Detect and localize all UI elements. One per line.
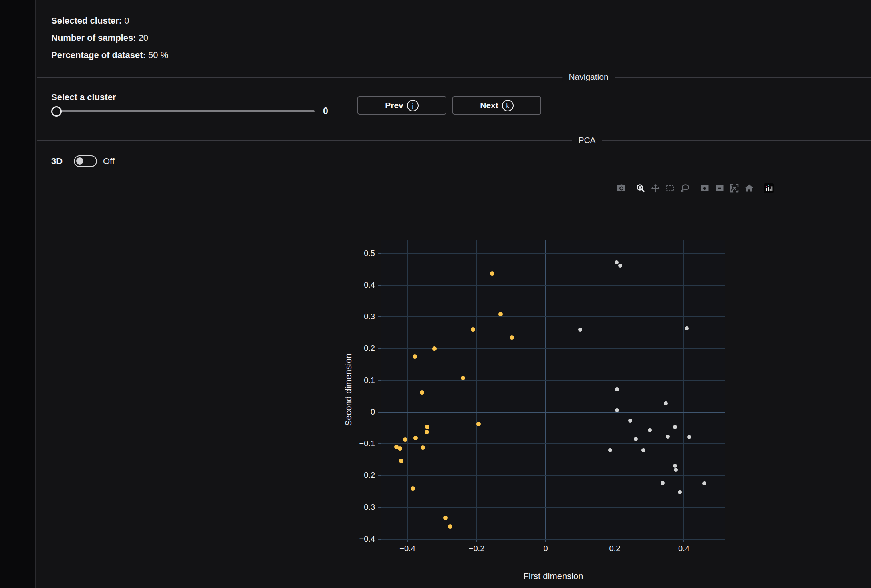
data-point-cluster-0-selected[interactable]	[443, 516, 448, 520]
3d-toggle-switch[interactable]	[74, 155, 97, 167]
y-gridline	[381, 412, 725, 413]
cluster-slider-value: 0	[323, 106, 328, 117]
data-point-cluster-0-selected[interactable]	[413, 436, 418, 440]
data-point-other-clusters[interactable]	[648, 428, 652, 432]
data-point-other-clusters[interactable]	[628, 419, 632, 423]
y-tick-mark	[378, 285, 381, 286]
data-point-cluster-0-selected[interactable]	[425, 430, 429, 434]
y-gridline	[381, 316, 725, 317]
data-point-other-clusters[interactable]	[678, 490, 682, 494]
navigation-section-title: Navigation	[562, 72, 615, 82]
zoom-in-icon[interactable]	[700, 183, 710, 193]
cluster-stats: Selected cluster: 0 Number of samples: 2…	[51, 12, 168, 64]
pca-scatter-plot[interactable]: First dimension Second dimension −0.4−0.…	[381, 240, 725, 539]
data-point-cluster-0-selected[interactable]	[421, 445, 425, 450]
data-point-other-clusters[interactable]	[674, 468, 678, 472]
data-point-other-clusters[interactable]	[666, 435, 670, 439]
y-tick-label: 0.3	[341, 312, 375, 321]
y-gridline	[381, 443, 725, 444]
data-point-other-clusters[interactable]	[615, 260, 619, 264]
x-axis-title: First dimension	[381, 571, 725, 582]
y-tick-label: −0.2	[341, 471, 375, 480]
y-gridline	[381, 539, 725, 540]
data-point-cluster-0-selected[interactable]	[399, 459, 403, 463]
y-tick-mark	[378, 348, 381, 349]
y-gridline	[381, 285, 725, 286]
y-tick-mark	[378, 539, 381, 540]
data-point-other-clusters[interactable]	[702, 481, 706, 485]
data-point-other-clusters[interactable]	[685, 326, 689, 330]
y-tick-mark	[378, 253, 381, 254]
3d-toggle-knob	[76, 157, 83, 165]
data-point-other-clusters[interactable]	[664, 401, 668, 405]
x-tick-mark	[407, 539, 408, 542]
y-gridline	[381, 507, 725, 508]
prev-shortcut-key-icon: j	[407, 100, 419, 111]
data-point-other-clusters[interactable]	[578, 328, 582, 332]
zoom-out-icon[interactable]	[715, 183, 724, 193]
next-cluster-button[interactable]: Next k	[452, 96, 541, 115]
data-point-other-clusters[interactable]	[641, 448, 645, 452]
stat-selected-cluster-value: 0	[124, 16, 129, 26]
y-tick-label: −0.3	[341, 503, 375, 512]
data-point-cluster-0-selected[interactable]	[471, 327, 475, 332]
reset-axes-home-icon[interactable]	[744, 183, 754, 193]
data-point-cluster-0-selected[interactable]	[448, 524, 452, 529]
pan-tool-icon[interactable]	[651, 183, 660, 193]
data-point-other-clusters[interactable]	[615, 408, 619, 412]
data-point-cluster-0-selected[interactable]	[413, 354, 417, 359]
data-point-other-clusters[interactable]	[634, 437, 638, 441]
data-point-cluster-0-selected[interactable]	[411, 486, 415, 491]
y-gridline	[381, 380, 725, 381]
3d-toggle-state: Off	[103, 156, 115, 167]
y-tick-mark	[378, 443, 381, 444]
data-point-cluster-0-selected[interactable]	[476, 422, 481, 426]
download-plot-icon[interactable]	[616, 183, 626, 193]
data-point-other-clusters[interactable]	[673, 464, 677, 468]
y-tick-mark	[378, 507, 381, 508]
data-point-cluster-0-selected[interactable]	[461, 376, 465, 380]
left-rail	[0, 0, 36, 588]
y-tick-label: 0.5	[341, 249, 375, 258]
box-select-icon[interactable]	[665, 183, 675, 193]
data-point-cluster-0-selected[interactable]	[498, 312, 503, 316]
data-point-cluster-0-selected[interactable]	[420, 390, 424, 395]
lasso-select-icon[interactable]	[680, 183, 690, 193]
data-point-cluster-0-selected[interactable]	[403, 437, 407, 442]
x-tick-label: 0	[528, 544, 564, 553]
data-point-other-clusters[interactable]	[618, 264, 622, 268]
y-tick-label: 0.2	[341, 344, 375, 353]
data-point-other-clusters[interactable]	[608, 448, 612, 452]
y-tick-mark	[378, 316, 381, 317]
stat-percentage-of-dataset-value: 50 %	[148, 50, 168, 60]
autoscale-icon[interactable]	[730, 183, 739, 193]
3d-toggle-label: 3D	[51, 156, 63, 167]
data-point-other-clusters[interactable]	[661, 481, 665, 485]
y-tick-label: −0.4	[341, 534, 375, 544]
x-tick-label: −0.2	[459, 544, 495, 553]
data-point-other-clusters[interactable]	[687, 435, 691, 439]
y-tick-label: −0.1	[341, 439, 375, 448]
cluster-slider-thumb[interactable]	[51, 106, 62, 117]
app-window: Selected cluster: 0 Number of samples: 2…	[0, 0, 871, 588]
x-tick-mark	[545, 539, 546, 542]
data-point-cluster-0-selected[interactable]	[510, 335, 514, 340]
data-point-cluster-0-selected[interactable]	[425, 425, 429, 429]
data-point-cluster-0-selected[interactable]	[398, 446, 402, 451]
zoom-tool-icon[interactable]	[636, 183, 645, 193]
stat-number-of-samples-value: 20	[139, 33, 148, 43]
data-point-cluster-0-selected[interactable]	[432, 346, 437, 351]
data-point-other-clusters[interactable]	[615, 387, 619, 391]
cluster-slider-label: Select a cluster	[51, 92, 116, 103]
pca-section-title: PCA	[572, 135, 602, 145]
plot-toolbar	[616, 183, 779, 193]
data-point-other-clusters[interactable]	[673, 425, 677, 429]
x-tick-mark	[683, 539, 684, 542]
plotly-logo-icon[interactable]	[764, 183, 774, 193]
x-tick-label: −0.4	[389, 544, 425, 553]
prev-cluster-button[interactable]: Prev j	[357, 96, 446, 115]
cluster-slider-track[interactable]	[56, 110, 315, 112]
data-point-cluster-0-selected[interactable]	[490, 271, 494, 276]
next-shortcut-key-icon: k	[502, 100, 514, 111]
stat-selected-cluster: Selected cluster: 0	[51, 12, 168, 29]
